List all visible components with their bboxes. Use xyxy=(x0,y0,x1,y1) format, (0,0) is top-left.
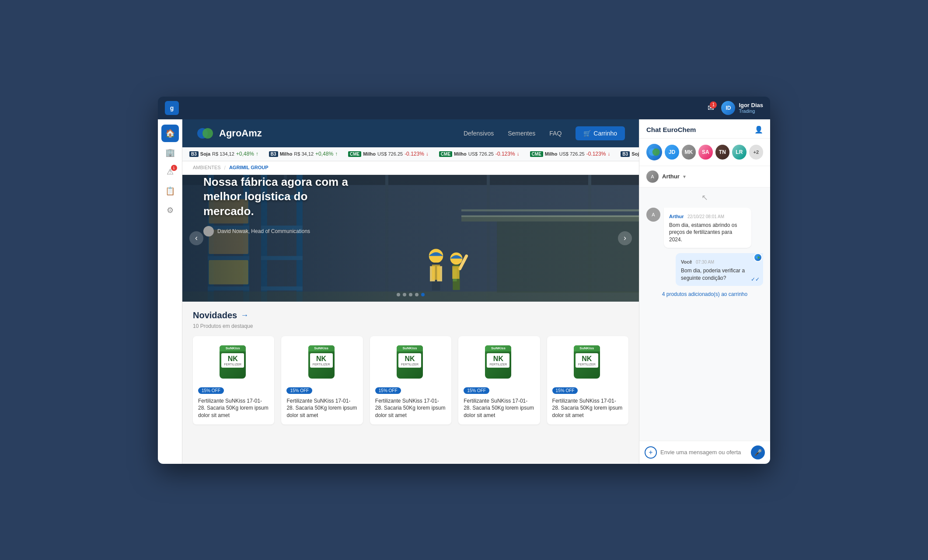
chat-input[interactable] xyxy=(660,449,747,456)
sidebar: 🏠 🏢 ⚠ 1 📋 ⚙ xyxy=(158,119,182,464)
msg-bubble-received-1: Arthur 22/10/22 08:01 AM Bom dia, estamo… xyxy=(664,208,751,248)
participant-3: SA xyxy=(698,145,712,160)
nav-link-sementes[interactable]: Sementes xyxy=(508,130,535,137)
ticker-badge-cme-3: CME xyxy=(530,151,543,157)
hero-dots xyxy=(397,293,425,296)
hero-dot-5[interactable] xyxy=(421,293,425,296)
chat-input-area: + 🎤 xyxy=(639,441,770,464)
participant-1: JD xyxy=(665,145,679,160)
sidebar-item-building[interactable]: 🏢 xyxy=(161,144,179,161)
product-badge-2: 15% OFF xyxy=(286,387,312,394)
sidebar-item-alerts[interactable]: ⚠ 1 xyxy=(161,163,179,181)
section-arrow[interactable]: → xyxy=(241,311,248,320)
chat-user-selector[interactable]: A Arthur ▾ xyxy=(639,166,770,188)
section-subtitle: 10 Produtos em destaque xyxy=(193,323,628,329)
product-name-3: Fertilizante SuNKiss 17-01-28. Sacaria 5… xyxy=(375,397,446,419)
nav-link-defensivos[interactable]: Defensivos xyxy=(464,130,494,137)
logo-icon xyxy=(196,125,214,142)
chat-people-icon[interactable]: 👤 xyxy=(754,125,763,134)
participant-2: MK xyxy=(682,145,696,160)
msg-check-icon: ✓✓ xyxy=(751,276,760,282)
main-layout: 🏠 🏢 ⚠ 1 📋 ⚙ xyxy=(158,119,770,464)
hero-content: Nossa fábrica agora com a melhor logísti… xyxy=(182,175,639,237)
svg-point-1 xyxy=(202,128,213,139)
author-avatar xyxy=(203,226,214,237)
gear-icon: ⚙ xyxy=(167,205,174,215)
breadcrumb-ambientes[interactable]: AMBIENTES xyxy=(193,165,221,171)
msg-text-sent-1: Bom dia, poderia verificar a seguinte co… xyxy=(681,267,758,282)
prev-icon: ‹ xyxy=(195,233,198,243)
message-received-1: A Arthur 22/10/22 08:01 AM Bom dia, esta… xyxy=(646,208,763,248)
product-image-4: SuNKiss NK FERTILIZER xyxy=(464,343,534,383)
chat-header: Chat EuroChem 👤 xyxy=(639,119,770,139)
chat-panel: Chat EuroChem 👤 JD MK SA TN LR +2 xyxy=(639,119,770,464)
ticker-item-1: B3 Soja R$ 134,12 +0,48% ↑ xyxy=(189,151,258,157)
product-card-1[interactable]: SuNKiss NK FERTILIZER 15% OFF Ferti xyxy=(193,336,274,424)
fertilizer-bag-5: SuNKiss NK FERTILIZER xyxy=(574,345,602,380)
brand-logo: AgroAmz xyxy=(196,125,262,142)
ticker-badge-cme-2: CME xyxy=(439,151,452,157)
ticker-item-2: B3 Milho R$ 34,12 +0,48% ↑ xyxy=(269,151,338,157)
breadcrumb-agrimil[interactable]: AGRIMIL GROUP xyxy=(229,165,269,171)
chevron-down-icon: ▾ xyxy=(683,174,686,180)
top-bar-right: ✉ 1 ID Igor Dias Trading xyxy=(708,101,763,115)
product-image-3: SuNKiss NK FERTILIZER xyxy=(375,343,446,383)
nav-links: Defensivos Sementes FAQ 🛒 Carrinho xyxy=(464,126,625,140)
chat-add-button[interactable]: + xyxy=(645,446,657,459)
svg-point-43 xyxy=(757,256,760,258)
svg-point-34 xyxy=(450,252,462,264)
fertilizer-bag-1: SuNKiss NK FERTILIZER xyxy=(220,345,248,380)
fertilizer-bag-4: SuNKiss NK FERTILIZER xyxy=(485,345,513,380)
msg-sender-1: Arthur xyxy=(669,214,684,219)
sidebar-item-settings[interactable]: ⚙ xyxy=(161,202,179,219)
cursor-icon: ↖ xyxy=(701,193,708,202)
price-ticker: B3 Soja R$ 134,12 +0,48% ↑ B3 Milho R$ 3… xyxy=(182,147,639,161)
msg-bubble-sent-1: Você 07:30 AM Bom dia, poderia verificar… xyxy=(676,253,763,286)
product-card-3[interactable]: SuNKiss NK FERTILIZER 15% OFF Ferti xyxy=(370,336,451,424)
product-name-2: Fertilizante SuNKiss 17-01-28. Sacaria 5… xyxy=(286,397,357,419)
ticker-badge-cme: CME xyxy=(348,151,361,157)
alert-badge: 1 xyxy=(171,165,177,171)
cart-notification[interactable]: 4 produtos adicionado(s) ao carrinho xyxy=(646,291,763,297)
product-card-2[interactable]: SuNKiss NK FERTILIZER 15% OFF Ferti xyxy=(281,336,363,424)
hero-dot-4[interactable] xyxy=(415,293,419,296)
section-title: Novidades xyxy=(193,310,237,320)
notification-button[interactable]: ✉ 1 xyxy=(708,103,714,113)
msg-time-sent-1: 07:30 AM xyxy=(696,260,714,264)
chat-selected-user-name: Arthur xyxy=(662,173,680,180)
section-header: Novidades → xyxy=(193,310,628,320)
products-grid: SuNKiss NK FERTILIZER 15% OFF Ferti xyxy=(193,336,628,424)
nav-bar: AgroAmz Defensivos Sementes FAQ 🛒 Carrin… xyxy=(182,119,639,147)
product-name-5: Fertilizante SuNKiss 17-01-28. Sacaria 5… xyxy=(552,397,623,419)
home-icon: 🏠 xyxy=(165,129,175,138)
msg-meta-1: Arthur 22/10/22 08:01 AM xyxy=(669,212,746,220)
cursor-indicator: ↖ xyxy=(646,193,763,202)
top-bar: g ✉ 1 ID Igor Dias Trading xyxy=(158,97,770,119)
svg-rect-38 xyxy=(432,264,440,280)
hero-dot-2[interactable] xyxy=(403,293,406,296)
nav-link-faq[interactable]: FAQ xyxy=(549,130,562,137)
participants-more[interactable]: +2 xyxy=(749,145,763,160)
hero-next-button[interactable]: › xyxy=(618,231,632,245)
product-card-5[interactable]: SuNKiss NK FERTILIZER 15% OFF Ferti xyxy=(547,336,628,424)
sidebar-item-home[interactable]: 🏠 xyxy=(161,125,179,142)
chat-messages: ↖ A Arthur 22/10/22 08:01 AM Bom dia, es… xyxy=(639,188,770,441)
product-card-4[interactable]: SuNKiss NK FERTILIZER 15% OFF Ferti xyxy=(458,336,540,424)
product-badge-4: 15% OFF xyxy=(464,387,489,394)
cart-icon: 🛒 xyxy=(583,130,591,137)
hero-dot-1[interactable] xyxy=(397,293,400,296)
ticker-item-4: CME Milho US$ 726.25 -0.123% ↓ xyxy=(439,151,520,157)
product-name-1: Fertilizante SuNKiss 17-01-28. Sacaria 5… xyxy=(198,397,269,419)
hero-prev-button[interactable]: ‹ xyxy=(189,231,203,245)
sidebar-item-documents[interactable]: 📋 xyxy=(161,182,179,200)
hero-dot-3[interactable] xyxy=(409,293,412,296)
chat-brand-avatar xyxy=(646,144,662,160)
product-badge-1: 15% OFF xyxy=(198,387,224,394)
chat-mic-button[interactable]: 🎤 xyxy=(751,445,765,459)
fertilizer-bag-3: SuNKiss NK FERTILIZER xyxy=(397,345,425,380)
svg-point-41 xyxy=(652,148,660,156)
user-profile[interactable]: ID Igor Dias Trading xyxy=(721,101,763,115)
cart-button[interactable]: 🛒 Carrinho xyxy=(576,126,625,140)
participant-4: TN xyxy=(715,145,729,160)
avatar: ID xyxy=(721,101,735,115)
